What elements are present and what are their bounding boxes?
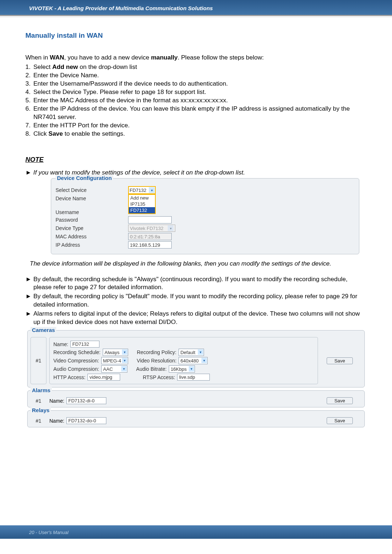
mac-input[interactable] bbox=[128, 233, 172, 240]
row-mac: MAC Address bbox=[56, 233, 355, 240]
vid-comp-label: Video Compression: bbox=[53, 358, 99, 364]
bullet-1: ►By default, the recording schedule is "… bbox=[25, 275, 367, 292]
note-heading: NOTE bbox=[25, 156, 367, 164]
label: Device Name bbox=[56, 196, 128, 201]
relay-save-button[interactable]: Save bbox=[327, 417, 353, 424]
alarm-index: #1 bbox=[30, 397, 46, 404]
name-label: Name: bbox=[53, 341, 68, 347]
step-text: Click Save to enable the settings. bbox=[33, 130, 367, 138]
step-1: 1.Select Add new on the drop-down list bbox=[25, 63, 367, 71]
note-after: The device information will be displayed… bbox=[30, 260, 365, 268]
name-label: Name: bbox=[49, 418, 64, 424]
dropdown-option-selected[interactable]: FD7132 bbox=[129, 207, 155, 213]
chevron-down-icon: ▾ bbox=[122, 349, 127, 355]
header-band: VIVOTEK - A Leading Provider of Multimed… bbox=[0, 0, 392, 16]
cameras-panel: Cameras #1 Name: Recording Schedule: Alw… bbox=[27, 330, 365, 387]
relay-name-input[interactable] bbox=[66, 417, 106, 424]
divider bbox=[0, 17, 392, 17]
panel-legend: Cameras bbox=[30, 327, 56, 333]
camera-props: Name: Recording Schedule: Always▾ Record… bbox=[49, 337, 318, 384]
rtsp-access-input[interactable] bbox=[177, 374, 210, 381]
intro-mid: , you have to add a new device bbox=[64, 54, 151, 61]
intro-suffix: . Please follow the steps below: bbox=[178, 54, 264, 61]
arrow-icon: ► bbox=[25, 310, 33, 327]
label: Username bbox=[56, 209, 128, 215]
row-device-type: Device Type Vivotek FD7132 ▾ bbox=[56, 225, 355, 232]
step-2: 2.Enter the Device Name. bbox=[25, 71, 367, 80]
step-3: 3.Enter the Username/Password if the dev… bbox=[25, 80, 367, 88]
aud-bitrate-select[interactable]: 16Kbps▾ bbox=[169, 365, 195, 373]
step-text: Select Add new on the drop-down list bbox=[33, 63, 367, 71]
step-6: 6.Enter the IP Address of the device. Yo… bbox=[25, 105, 367, 122]
camera-index: #1 bbox=[30, 337, 46, 384]
http-access-input[interactable] bbox=[87, 374, 120, 381]
intro-wan: WAN bbox=[50, 54, 64, 61]
step-num: 5. bbox=[25, 97, 33, 105]
select-device-dropdown[interactable]: FD7132 ▾ Add new IP7135 FD7132 bbox=[128, 186, 156, 194]
row-username: Username bbox=[56, 209, 355, 215]
label: Device Type bbox=[56, 225, 128, 231]
aud-comp-select[interactable]: AAC▾ bbox=[101, 365, 127, 373]
label: Password bbox=[56, 217, 128, 223]
arrow-icon: ► bbox=[25, 169, 32, 176]
alarm-name-input[interactable] bbox=[66, 397, 106, 404]
dropdown-option[interactable]: IP7135 bbox=[129, 201, 155, 207]
rtsp-label: RTSP Access: bbox=[143, 374, 175, 380]
device-type-select[interactable]: Vivotek FD7132 ▾ bbox=[128, 225, 175, 232]
step-5: 5.Enter the MAC Address of the device in… bbox=[25, 97, 367, 105]
step-num: 7. bbox=[25, 122, 33, 130]
bullet-2: ►By default, the recording policy is "De… bbox=[25, 292, 367, 309]
select-value: Vivotek FD7132 bbox=[130, 226, 163, 231]
page-content: Manually install in WAN When in WAN, you… bbox=[0, 32, 392, 427]
arrow-icon: ► bbox=[25, 275, 33, 292]
step-num: 2. bbox=[25, 71, 33, 80]
relay-index: #1 bbox=[30, 417, 46, 424]
label: IP Address bbox=[56, 242, 128, 248]
chevron-down-icon: ▾ bbox=[168, 225, 173, 231]
row-device-name: Device Name bbox=[56, 196, 355, 201]
rec-sched-select[interactable]: Always▾ bbox=[103, 349, 128, 356]
intro-text: When in bbox=[25, 54, 50, 61]
arrow-icon: ► bbox=[25, 292, 33, 309]
step-4: 4.Select the Device Type. Please refer t… bbox=[25, 88, 367, 97]
chevron-down-icon: ▾ bbox=[149, 187, 155, 193]
rec-sched-label: Recording Schedule: bbox=[53, 349, 101, 355]
dropdown-option[interactable]: Add new bbox=[129, 195, 155, 201]
label: MAC Address bbox=[56, 234, 128, 239]
step-num: 3. bbox=[25, 80, 33, 88]
camera-name-input[interactable] bbox=[70, 341, 99, 348]
step-text: Select the Device Type. Please refer to … bbox=[33, 88, 367, 97]
step-num: 4. bbox=[25, 88, 33, 97]
step-text: Enter the MAC Address of the device in t… bbox=[33, 97, 367, 105]
rec-policy-label: Recording Policy: bbox=[137, 349, 176, 355]
step-text: Enter the HTTP Port for the device. bbox=[33, 122, 367, 130]
steps-list: 1.Select Add new on the drop-down list 2… bbox=[25, 63, 367, 138]
chevron-down-icon: ▾ bbox=[198, 349, 203, 355]
camera-save-button[interactable]: Save bbox=[327, 357, 353, 364]
bullet-3: ►Alarms refers to digital input of the d… bbox=[25, 310, 367, 327]
step-7: 7.Enter the HTTP Port for the device. bbox=[25, 122, 367, 130]
vid-comp-select[interactable]: MPEG-4▾ bbox=[101, 357, 128, 364]
bullet-text: By default, the recording policy is "Def… bbox=[33, 292, 367, 309]
chevron-down-icon: ▾ bbox=[121, 366, 127, 372]
row-password: Password bbox=[56, 216, 355, 223]
step-num: 8. bbox=[25, 130, 33, 138]
aud-bitrate-label: Audio Bitrate: bbox=[136, 366, 167, 372]
bullet-text: Alarms refers to digital input of the de… bbox=[33, 310, 367, 327]
bullet-list: ►By default, the recording schedule is "… bbox=[25, 275, 367, 327]
bullet-text: By default, the recording schedule is "A… bbox=[33, 275, 367, 292]
password-input[interactable] bbox=[128, 216, 172, 223]
step-text: Enter the Username/Password if the devic… bbox=[33, 80, 367, 88]
http-label: HTTP Access: bbox=[53, 374, 85, 380]
step-num: 6. bbox=[25, 105, 33, 122]
alarm-save-button[interactable]: Save bbox=[327, 397, 353, 404]
rec-policy-select[interactable]: Default▾ bbox=[179, 349, 204, 356]
panel-legend: Relays bbox=[30, 407, 51, 413]
step-text: Enter the Device Name. bbox=[33, 71, 367, 80]
intro-manually: manually bbox=[151, 54, 178, 61]
ip-input[interactable] bbox=[128, 241, 172, 249]
vid-res-select[interactable]: 640x480▾ bbox=[179, 357, 208, 364]
aud-comp-label: Audio Compression: bbox=[53, 366, 99, 372]
relays-panel: Relays #1 Name: Save bbox=[27, 410, 365, 427]
chevron-down-icon: ▾ bbox=[189, 366, 194, 372]
